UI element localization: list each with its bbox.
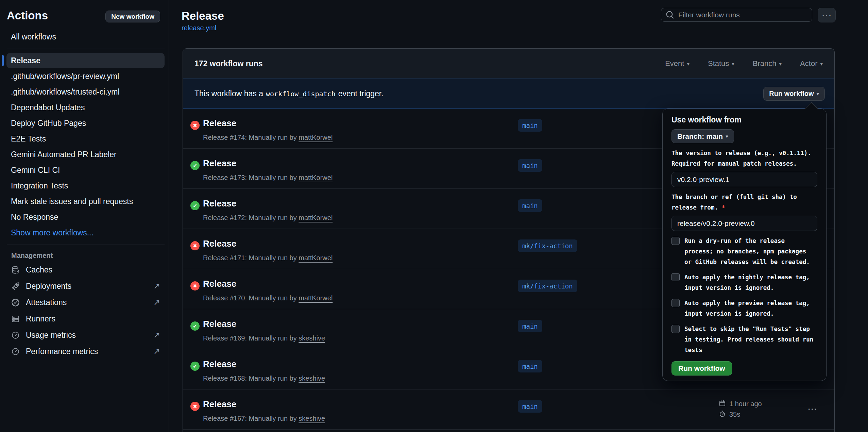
failure-x-icon: ✖ [190, 241, 200, 250]
success-check-icon: ✔ [190, 321, 200, 331]
chevron-down-icon: ▾ [820, 61, 823, 66]
checkbox[interactable] [671, 273, 680, 281]
run-description-text: Release #168: Manually run by [203, 375, 297, 382]
workflow-dispatch-banner: This workflow has aworkflow_dispatcheven… [183, 79, 834, 109]
actor-link[interactable]: mattKorwel [299, 294, 333, 302]
actor-link[interactable]: skeshive [299, 375, 325, 382]
checkbox-label[interactable]: Auto apply the preview release tag, inpu… [684, 298, 815, 319]
run-time-line: 1 hour ago [718, 399, 762, 409]
verified-icon [11, 298, 20, 307]
banner-text: This workflow has aworkflow_dispatcheven… [194, 89, 384, 98]
success-check-icon: ✔ [190, 362, 200, 371]
banner-text-prefix: This workflow has a [194, 89, 263, 98]
run-workflow-submit-button[interactable]: Run workflow [671, 361, 732, 376]
new-workflow-button[interactable]: New workflow [105, 11, 160, 22]
checkbox[interactable] [671, 237, 680, 245]
external-link-icon: ↗ [153, 331, 160, 339]
run-description-text: Release #173: Manually run by [203, 174, 297, 181]
runs-filters: Event ▾ Status ▾ Branch ▾ Actor ▾ [665, 59, 823, 68]
actor-link[interactable]: skeshive [299, 415, 325, 422]
more-options-button[interactable]: ⋯ [818, 8, 836, 22]
run-title[interactable]: Release [203, 238, 236, 249]
chevron-down-icon: ▾ [687, 61, 690, 66]
sidebar-item-integration-tests[interactable]: Integration Tests [6, 178, 165, 193]
checkbox-label[interactable]: Auto apply the nightly release tag, inpu… [684, 272, 815, 293]
workflow-file-link[interactable]: release.yml [182, 24, 216, 32]
sidebar-item-no-response[interactable]: No Response [6, 210, 165, 225]
filter-runs-searchbox [661, 8, 812, 22]
sidebar-item-runners[interactable]: Runners [6, 311, 165, 327]
sidebar-item-usage-metrics[interactable]: Usage metrics ↗ [6, 327, 165, 343]
filter-actor[interactable]: Actor ▾ [800, 59, 823, 68]
checkbox-label[interactable]: Run a dry-run of the release process; no… [684, 236, 815, 267]
branch-badge[interactable]: main [518, 400, 542, 413]
sidebar-header: Actions New workflow [0, 0, 169, 22]
runs-count: 172 workflow runs [194, 59, 263, 68]
sidebar-item-caches[interactable]: Caches [6, 262, 165, 278]
management-section-label: Management [11, 252, 169, 260]
actor-link[interactable]: mattKorwel [299, 254, 333, 262]
sidebar-item-deployments[interactable]: Deployments ↗ [6, 278, 165, 294]
sidebar-item-dependabot-updates[interactable]: Dependabot Updates [6, 100, 165, 115]
branch-selector-button[interactable]: Branch: main ▾ [671, 129, 734, 143]
run-title[interactable]: Release [203, 118, 236, 129]
version-input[interactable] [671, 172, 817, 187]
branch-badge[interactable]: main [518, 159, 542, 172]
search-input[interactable] [678, 8, 812, 22]
branch-badge[interactable]: main [518, 199, 542, 212]
checkbox[interactable] [671, 325, 680, 333]
row-options-button[interactable]: ⋯ [804, 403, 820, 415]
run-workflow-dropdown-button[interactable]: Run workflow ▾ [763, 87, 825, 101]
sidebar-item-performance-metrics[interactable]: Performance metrics ↗ [6, 343, 165, 360]
branch-badge[interactable]: main [518, 320, 542, 332]
branch-badge[interactable]: main [518, 119, 542, 132]
chevron-down-icon: ▾ [816, 91, 819, 96]
run-title[interactable]: Release [203, 359, 236, 369]
sidebar-divider [7, 49, 165, 49]
actor-link[interactable]: skeshive [299, 334, 325, 342]
version-input-description: The version to release (e.g., v0.1.11). … [671, 148, 818, 169]
sidebar-item-github-workflows-trusted-ci-yml[interactable]: .github/workflows/trusted-ci.yml [6, 84, 165, 99]
filter-status[interactable]: Status ▾ [708, 59, 734, 68]
branch-badge[interactable]: main [518, 360, 542, 372]
run-title[interactable]: Release [203, 399, 236, 410]
run-title[interactable]: Release [203, 319, 236, 329]
checkbox[interactable] [671, 299, 680, 307]
run-title[interactable]: Release [203, 198, 236, 209]
workflow-run-row[interactable]: ✖ Release Release #167: Manually run by … [183, 389, 834, 430]
checkbox-label[interactable]: Select to skip the "Run Tests" step in t… [684, 324, 815, 355]
sidebar-item-all-workflows[interactable]: All workflows [6, 29, 165, 44]
sidebar-item-github-workflows-pr-review-yml[interactable]: .github/workflows/pr-review.yml [6, 69, 165, 84]
filter-event[interactable]: Event ▾ [665, 59, 690, 68]
actor-link[interactable]: mattKorwel [299, 134, 333, 141]
actor-link[interactable]: mattKorwel [299, 174, 333, 181]
run-title[interactable]: Release [203, 158, 236, 169]
branch-badge[interactable]: mk/fix-action [518, 239, 577, 252]
sidebar-item-gemini-cli-ci[interactable]: Gemini CLI CI [6, 163, 165, 178]
actor-link[interactable]: mattKorwel [299, 214, 333, 221]
ref-input[interactable] [671, 216, 817, 231]
stopwatch-icon [718, 410, 726, 419]
filter-label: Branch [753, 59, 777, 68]
run-duration: 35s [729, 411, 740, 418]
sidebar-item-e2e-tests[interactable]: E2E Tests [6, 131, 165, 146]
sidebar-item-mark-stale-issues-and-pull-requests[interactable]: Mark stale issues and pull requests [6, 194, 165, 209]
success-check-icon: ✔ [190, 161, 200, 170]
runs-list-header: 172 workflow runs Event ▾ Status ▾ Branc… [183, 49, 834, 79]
run-title[interactable]: Release [203, 279, 236, 289]
event-code: workflow_dispatch [266, 90, 336, 98]
sidebar-item-deploy-github-pages[interactable]: Deploy GitHub Pages [6, 116, 165, 131]
sidebar-item-show-more-workflows[interactable]: Show more workflows... [6, 225, 165, 240]
failure-x-icon: ✖ [190, 121, 200, 130]
branch-selector-label: Branch: main [677, 132, 723, 140]
filter-branch[interactable]: Branch ▾ [753, 59, 782, 68]
external-link-icon: ↗ [153, 282, 160, 290]
sidebar-item-attestations[interactable]: Attestations ↗ [6, 294, 165, 311]
meter-icon [11, 347, 20, 356]
sidebar-item-gemini-automated-pr-labeler[interactable]: Gemini Automated PR Labeler [6, 147, 165, 162]
branch-badge[interactable]: mk/fix-action [518, 280, 577, 292]
sidebar-item-release[interactable]: Release [6, 53, 165, 68]
run-time: 1 hour ago [729, 400, 762, 408]
panel-heading: Use workflow from [671, 114, 817, 125]
ref-description-text: The branch or ref (full git sha) to rele… [671, 194, 797, 211]
